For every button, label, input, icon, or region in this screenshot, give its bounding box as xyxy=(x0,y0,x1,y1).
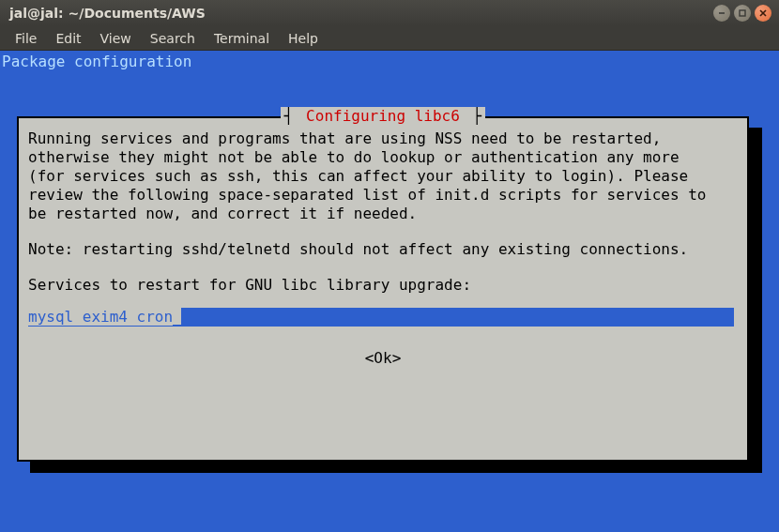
menu-search[interactable]: Search xyxy=(141,28,205,49)
menu-edit[interactable]: Edit xyxy=(46,28,90,49)
package-config-header: Package configuration xyxy=(0,51,779,73)
menubar: File Edit View Search Terminal Help xyxy=(0,26,779,51)
menu-file[interactable]: File xyxy=(6,28,46,49)
dialog-title: Configuring libc6 xyxy=(302,107,464,125)
dialog-title-row: ┤ Configuring libc6 ├ xyxy=(19,107,747,126)
frame-left-glyph: ┤ xyxy=(284,107,294,125)
menu-view[interactable]: View xyxy=(91,28,141,49)
close-icon[interactable] xyxy=(755,5,771,22)
window-controls xyxy=(713,5,771,22)
services-input[interactable]: mysql exim4 cron xyxy=(28,308,734,327)
svg-rect-1 xyxy=(740,10,745,16)
menu-terminal[interactable]: Terminal xyxy=(205,28,279,49)
text-cursor xyxy=(173,308,181,325)
minimize-icon[interactable] xyxy=(713,5,730,22)
menu-help[interactable]: Help xyxy=(279,28,328,49)
dialog-body-text: Running services and programs that are u… xyxy=(28,129,738,223)
window-title: jal@jal: ~/Documents/AWS xyxy=(9,6,713,21)
config-dialog: ┤ Configuring libc6 ├ Running services a… xyxy=(17,116,749,462)
titlebar[interactable]: jal@jal: ~/Documents/AWS xyxy=(0,0,779,26)
terminal-area[interactable]: Package configuration ┤ Configuring libc… xyxy=(0,51,779,532)
frame-right-glyph: ├ xyxy=(473,107,482,125)
dialog-note-text: Note: restarting sshd/telnetd should not… xyxy=(28,240,738,259)
terminal-window: jal@jal: ~/Documents/AWS File Edit View … xyxy=(0,0,779,532)
ok-button[interactable]: <Ok> xyxy=(365,349,402,367)
dialog-prompt-text: Services to restart for GNU libc library… xyxy=(28,276,738,295)
services-input-value: mysql exim4 cron xyxy=(28,308,173,326)
maximize-icon[interactable] xyxy=(734,5,751,22)
